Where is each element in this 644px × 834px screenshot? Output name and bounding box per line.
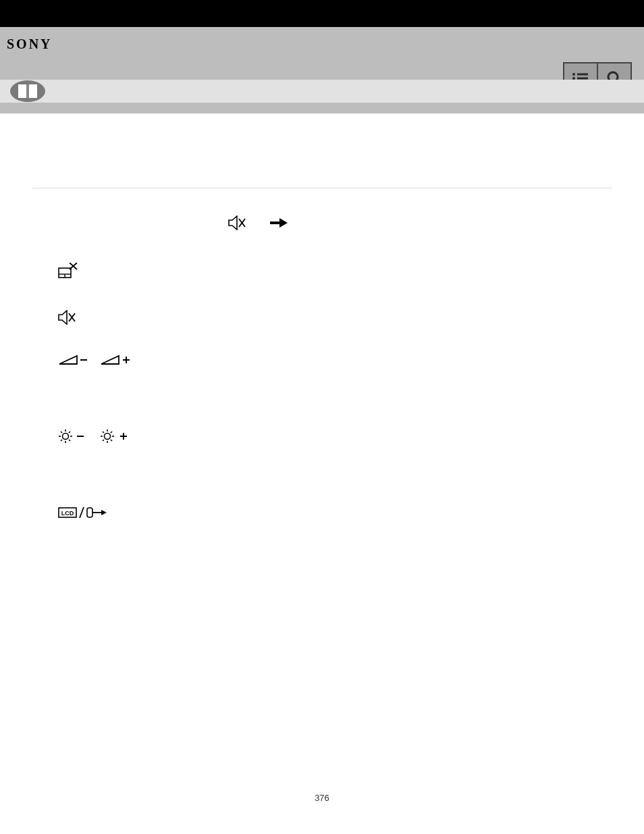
row-display-output: LCD	[32, 506, 612, 519]
external-output-icon	[86, 506, 107, 519]
top-strip	[0, 0, 644, 27]
svg-marker-22	[59, 356, 77, 364]
row-brightness	[32, 429, 612, 444]
svg-rect-1	[577, 74, 588, 76]
svg-rect-9	[26, 84, 29, 98]
volume-down-icon	[58, 355, 88, 367]
thin-bar	[0, 103, 644, 113]
svg-line-42	[103, 432, 104, 433]
arrow-right-icon	[270, 217, 288, 228]
brightness-up-icon	[100, 429, 132, 444]
svg-marker-53	[101, 510, 107, 515]
mute-icon	[58, 310, 76, 325]
divider	[32, 188, 612, 188]
svg-line-45	[111, 432, 112, 433]
svg-line-33	[69, 440, 70, 441]
svg-line-43	[111, 440, 112, 441]
mute-icon	[228, 215, 246, 230]
row-mute	[32, 310, 612, 325]
brand-logo: SONY	[7, 27, 53, 52]
svg-rect-51	[87, 508, 92, 517]
svg-line-34	[61, 440, 62, 441]
content-area: LCD	[0, 113, 644, 519]
row-touchpad-off	[32, 263, 612, 280]
sub-bar	[0, 80, 644, 103]
svg-marker-13	[270, 218, 288, 228]
svg-point-0	[572, 73, 575, 76]
header-bar: SONY	[0, 27, 644, 80]
svg-line-32	[61, 432, 62, 433]
svg-point-27	[63, 434, 69, 440]
slash-icon	[78, 506, 85, 519]
svg-line-35	[69, 432, 70, 433]
svg-line-44	[103, 440, 104, 441]
svg-point-37	[105, 434, 111, 440]
row-volume	[32, 355, 612, 367]
svg-marker-19	[59, 311, 67, 324]
lcd-icon: LCD	[58, 506, 77, 519]
volume-up-icon	[100, 355, 132, 367]
book-icon[interactable]	[8, 80, 47, 103]
svg-marker-24	[101, 356, 119, 364]
svg-line-50	[80, 507, 84, 518]
svg-marker-10	[229, 216, 237, 230]
svg-text:LCD: LCD	[61, 510, 74, 517]
touchpad-off-icon	[58, 263, 78, 280]
row-nav	[32, 215, 612, 230]
brightness-down-icon	[58, 429, 88, 444]
page-number: 376	[0, 793, 644, 803]
